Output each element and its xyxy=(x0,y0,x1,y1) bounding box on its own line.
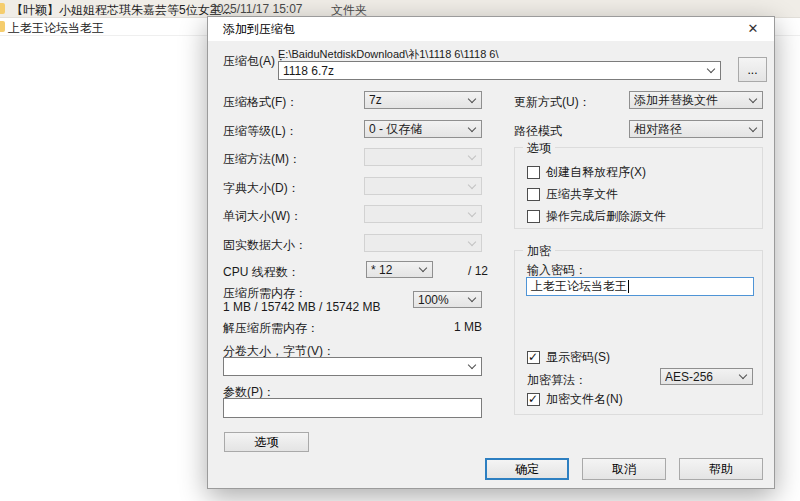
chevron-down-icon xyxy=(707,65,715,73)
close-icon[interactable]: ✕ xyxy=(734,17,772,41)
checkbox-label: 操作完成后删除源文件 xyxy=(546,208,666,225)
encryption-group-title: 加密 xyxy=(523,243,555,260)
level-value: 0 - 仅存储 xyxy=(369,121,465,138)
chevron-down-icon xyxy=(468,180,476,188)
folder-icon xyxy=(0,21,5,32)
browse-button-label: ... xyxy=(747,63,757,77)
encryption-method-value: AES-256 xyxy=(665,370,736,384)
chevron-down-icon xyxy=(468,361,476,369)
dictionary-label: 字典大小(D)： xyxy=(223,180,300,197)
encryption-method-label: 加密算法： xyxy=(527,372,587,389)
checkbox-create-sfx[interactable]: 创建自释放程序(X) xyxy=(527,164,646,181)
path-mode-value: 相对路径 xyxy=(634,121,746,138)
add-to-archive-dialog: 添加到压缩包 ✕ 压缩包(A)： E:\BaiduNetdiskDownload… xyxy=(207,16,775,489)
encryption-groupbox: 加密 输入密码： 上老王论坛当老王 显示密码(S) 加密算法： AES-256 … xyxy=(514,250,763,415)
cpu-threads-label: CPU 线程数： xyxy=(223,264,300,281)
cpu-threads-value: * 12 xyxy=(371,263,416,277)
chevron-down-icon xyxy=(419,264,427,272)
checkbox-checked-icon xyxy=(527,351,540,364)
checkbox-unchecked-icon xyxy=(527,188,540,201)
folder-icon xyxy=(0,3,5,14)
dialog-titlebar: 添加到压缩包 ✕ xyxy=(208,17,774,41)
chevron-down-icon xyxy=(468,208,476,216)
solid-size-select xyxy=(364,234,482,252)
browse-button[interactable]: ... xyxy=(738,57,767,82)
word-size-select xyxy=(364,205,482,223)
format-value: 7z xyxy=(369,93,465,107)
chevron-down-icon xyxy=(468,294,476,302)
checkbox-compress-shared[interactable]: 压缩共享文件 xyxy=(527,186,618,203)
checkbox-delete-after[interactable]: 操作完成后删除源文件 xyxy=(527,208,666,225)
chevron-down-icon xyxy=(468,237,476,245)
chevron-down-icon xyxy=(468,151,476,159)
word-size-label: 单词大小(W)： xyxy=(223,208,302,225)
help-button-label: 帮助 xyxy=(709,461,733,478)
options-button-label: 选项 xyxy=(255,434,279,451)
memory-compress-detail: 1 MB / 15742 MB / 15742 MB xyxy=(223,300,380,314)
options-group-title: 选项 xyxy=(523,140,555,157)
cancel-button[interactable]: 取消 xyxy=(582,458,666,480)
ok-button[interactable]: 确定 xyxy=(485,458,569,480)
file-name: 上老王论坛当老王 xyxy=(8,20,104,37)
file-date: 2025/11/17 15:07 xyxy=(210,2,303,16)
chevron-down-icon xyxy=(749,94,757,102)
archive-path: E:\BaiduNetdiskDownload\补1\1118 6\1118 6… xyxy=(278,47,499,62)
encryption-method-select[interactable]: AES-256 xyxy=(660,368,753,385)
cpu-threads-max: / 12 xyxy=(468,264,488,278)
memory-percent-select[interactable]: 100% xyxy=(413,291,482,308)
options-button[interactable]: 选项 xyxy=(224,432,309,452)
format-select[interactable]: 7z xyxy=(364,91,482,109)
checkbox-unchecked-icon xyxy=(527,210,540,223)
archive-name-value: 1118 6.7z xyxy=(283,64,704,78)
help-button[interactable]: 帮助 xyxy=(679,458,763,480)
checkbox-label: 创建自释放程序(X) xyxy=(546,164,646,181)
checkbox-checked-icon xyxy=(527,393,540,406)
cpu-threads-select[interactable]: * 12 xyxy=(366,261,433,278)
update-mode-select[interactable]: 添加并替换文件 xyxy=(629,91,763,109)
checkbox-show-password[interactable]: 显示密码(S) xyxy=(527,349,610,366)
volume-size-combobox[interactable] xyxy=(223,357,482,376)
checkbox-unchecked-icon xyxy=(527,166,540,179)
text-caret xyxy=(628,280,629,293)
solid-size-label: 固实数据大小： xyxy=(223,237,307,254)
memory-decompress-value: 1 MB xyxy=(428,320,482,334)
ok-button-label: 确定 xyxy=(515,461,539,478)
update-mode-value: 添加并替换文件 xyxy=(634,92,746,109)
chevron-down-icon xyxy=(739,371,747,379)
level-label: 压缩等级(L)： xyxy=(223,123,298,140)
method-label: 压缩方法(M)： xyxy=(223,151,301,168)
update-mode-label: 更新方式(U)： xyxy=(514,94,591,111)
path-mode-label: 路径模式 xyxy=(514,123,562,140)
chevron-down-icon xyxy=(468,123,476,131)
file-name: 【叶颖】小姐姐程芯琪朱嘉芸等5位女主... xyxy=(11,2,232,19)
path-mode-select[interactable]: 相对路径 xyxy=(629,120,763,138)
checkbox-label: 压缩共享文件 xyxy=(546,186,618,203)
memory-decompress-label: 解压缩所需内存： xyxy=(223,320,319,337)
chevron-down-icon xyxy=(468,94,476,102)
checkbox-label: 显示密码(S) xyxy=(546,349,610,366)
chevron-down-icon xyxy=(749,123,757,131)
dialog-title: 添加到压缩包 xyxy=(223,17,295,41)
checkbox-label: 加密文件名(N) xyxy=(546,391,623,408)
cancel-button-label: 取消 xyxy=(612,461,636,478)
format-label: 压缩格式(F)： xyxy=(223,94,298,111)
checkbox-encrypt-filenames[interactable]: 加密文件名(N) xyxy=(527,391,623,408)
method-select xyxy=(364,148,482,166)
archive-name-combobox[interactable]: 1118 6.7z xyxy=(278,61,721,80)
password-input[interactable]: 上老王论坛当老王 xyxy=(526,277,754,296)
password-value: 上老王论坛当老王 xyxy=(531,278,627,295)
options-groupbox: 选项 创建自释放程序(X) 压缩共享文件 操作完成后删除源文件 xyxy=(514,147,763,229)
memory-percent-value: 100% xyxy=(418,293,465,307)
dictionary-select xyxy=(364,177,482,195)
level-select[interactable]: 0 - 仅存储 xyxy=(364,120,482,138)
parameters-input[interactable] xyxy=(223,398,482,418)
